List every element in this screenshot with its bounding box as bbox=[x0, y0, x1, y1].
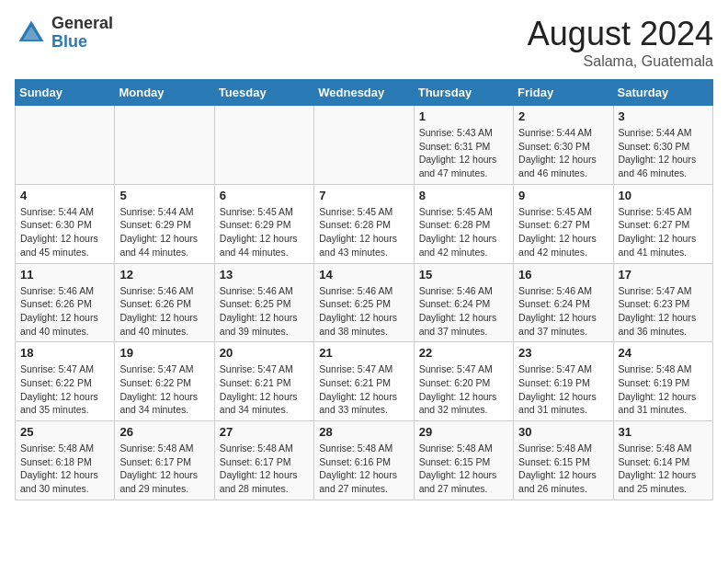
calendar-week-row: 11Sunrise: 5:46 AM Sunset: 6:26 PM Dayli… bbox=[16, 263, 713, 342]
weekday-header: Saturday bbox=[613, 80, 712, 106]
calendar-cell: 12Sunrise: 5:46 AM Sunset: 6:26 PM Dayli… bbox=[115, 263, 214, 342]
calendar-cell: 24Sunrise: 5:48 AM Sunset: 6:19 PM Dayli… bbox=[613, 342, 712, 421]
day-number: 23 bbox=[518, 346, 608, 360]
calendar-cell bbox=[214, 106, 313, 185]
day-info: Sunrise: 5:43 AM Sunset: 6:31 PM Dayligh… bbox=[419, 126, 508, 180]
day-number: 22 bbox=[419, 346, 508, 360]
calendar-week-row: 25Sunrise: 5:48 AM Sunset: 6:18 PM Dayli… bbox=[16, 421, 713, 500]
calendar-cell: 28Sunrise: 5:48 AM Sunset: 6:16 PM Dayli… bbox=[314, 421, 414, 500]
weekday-header: Wednesday bbox=[314, 80, 414, 106]
calendar-week-row: 4Sunrise: 5:44 AM Sunset: 6:30 PM Daylig… bbox=[16, 184, 713, 263]
logo: General Blue bbox=[15, 15, 113, 52]
calendar-cell bbox=[115, 106, 214, 185]
day-info: Sunrise: 5:48 AM Sunset: 6:16 PM Dayligh… bbox=[319, 442, 408, 496]
day-number: 25 bbox=[20, 425, 109, 439]
day-info: Sunrise: 5:48 AM Sunset: 6:14 PM Dayligh… bbox=[619, 442, 708, 496]
title-block: August 2024 Salama, Guatemala bbox=[528, 15, 713, 70]
weekday-header: Friday bbox=[514, 80, 613, 106]
day-info: Sunrise: 5:44 AM Sunset: 6:30 PM Dayligh… bbox=[619, 126, 708, 180]
day-info: Sunrise: 5:47 AM Sunset: 6:21 PM Dayligh… bbox=[220, 362, 309, 417]
day-info: Sunrise: 5:47 AM Sunset: 6:20 PM Dayligh… bbox=[419, 362, 508, 417]
day-number: 13 bbox=[220, 268, 309, 282]
calendar-title: August 2024 bbox=[528, 15, 713, 53]
day-number: 17 bbox=[619, 268, 708, 282]
calendar-cell: 22Sunrise: 5:47 AM Sunset: 6:20 PM Dayli… bbox=[414, 342, 513, 421]
day-number: 16 bbox=[518, 268, 608, 282]
page-header: General Blue August 2024 Salama, Guatema… bbox=[15, 15, 713, 70]
weekday-header: Monday bbox=[115, 80, 214, 106]
calendar-cell: 1Sunrise: 5:43 AM Sunset: 6:31 PM Daylig… bbox=[414, 106, 513, 185]
calendar-cell: 23Sunrise: 5:47 AM Sunset: 6:19 PM Dayli… bbox=[514, 342, 613, 421]
calendar-cell: 19Sunrise: 5:47 AM Sunset: 6:22 PM Dayli… bbox=[115, 342, 214, 421]
day-info: Sunrise: 5:46 AM Sunset: 6:24 PM Dayligh… bbox=[518, 284, 608, 339]
day-info: Sunrise: 5:48 AM Sunset: 6:17 PM Dayligh… bbox=[220, 442, 309, 496]
calendar-cell: 7Sunrise: 5:45 AM Sunset: 6:28 PM Daylig… bbox=[314, 184, 414, 263]
calendar-cell bbox=[314, 106, 414, 185]
calendar-cell: 26Sunrise: 5:48 AM Sunset: 6:17 PM Dayli… bbox=[115, 421, 214, 500]
calendar-cell: 5Sunrise: 5:44 AM Sunset: 6:29 PM Daylig… bbox=[115, 184, 214, 263]
calendar-cell: 29Sunrise: 5:48 AM Sunset: 6:15 PM Dayli… bbox=[414, 421, 513, 500]
day-info: Sunrise: 5:45 AM Sunset: 6:28 PM Dayligh… bbox=[419, 205, 508, 259]
day-number: 10 bbox=[619, 189, 708, 202]
day-info: Sunrise: 5:47 AM Sunset: 6:21 PM Dayligh… bbox=[319, 362, 408, 417]
day-number: 4 bbox=[20, 189, 109, 202]
day-number: 9 bbox=[518, 189, 608, 202]
day-info: Sunrise: 5:45 AM Sunset: 6:29 PM Dayligh… bbox=[220, 205, 309, 259]
day-number: 30 bbox=[518, 425, 608, 439]
day-number: 12 bbox=[119, 268, 209, 282]
calendar-table: SundayMondayTuesdayWednesdayThursdayFrid… bbox=[15, 79, 713, 500]
day-number: 21 bbox=[319, 346, 408, 360]
day-number: 19 bbox=[119, 346, 209, 360]
calendar-cell: 11Sunrise: 5:46 AM Sunset: 6:26 PM Dayli… bbox=[16, 263, 115, 342]
calendar-cell: 8Sunrise: 5:45 AM Sunset: 6:28 PM Daylig… bbox=[414, 184, 513, 263]
calendar-cell: 27Sunrise: 5:48 AM Sunset: 6:17 PM Dayli… bbox=[214, 421, 313, 500]
weekday-header-row: SundayMondayTuesdayWednesdayThursdayFrid… bbox=[16, 80, 713, 106]
day-number: 1 bbox=[419, 109, 508, 123]
calendar-subtitle: Salama, Guatemala bbox=[528, 53, 713, 70]
day-number: 14 bbox=[319, 268, 408, 282]
calendar-cell: 3Sunrise: 5:44 AM Sunset: 6:30 PM Daylig… bbox=[613, 106, 712, 185]
calendar-cell: 30Sunrise: 5:48 AM Sunset: 6:15 PM Dayli… bbox=[514, 421, 613, 500]
day-info: Sunrise: 5:45 AM Sunset: 6:27 PM Dayligh… bbox=[518, 205, 608, 259]
day-info: Sunrise: 5:46 AM Sunset: 6:26 PM Dayligh… bbox=[20, 284, 109, 339]
day-info: Sunrise: 5:48 AM Sunset: 6:19 PM Dayligh… bbox=[619, 362, 708, 417]
day-number: 15 bbox=[419, 268, 508, 282]
day-number: 11 bbox=[20, 268, 109, 282]
calendar-cell: 18Sunrise: 5:47 AM Sunset: 6:22 PM Dayli… bbox=[16, 342, 115, 421]
day-info: Sunrise: 5:44 AM Sunset: 6:29 PM Dayligh… bbox=[119, 205, 209, 259]
day-info: Sunrise: 5:47 AM Sunset: 6:23 PM Dayligh… bbox=[619, 284, 708, 339]
day-info: Sunrise: 5:44 AM Sunset: 6:30 PM Dayligh… bbox=[20, 205, 109, 259]
day-number: 8 bbox=[419, 189, 508, 202]
day-number: 26 bbox=[119, 425, 209, 439]
calendar-cell: 31Sunrise: 5:48 AM Sunset: 6:14 PM Dayli… bbox=[613, 421, 712, 500]
weekday-header: Tuesday bbox=[214, 80, 313, 106]
calendar-cell: 2Sunrise: 5:44 AM Sunset: 6:30 PM Daylig… bbox=[514, 106, 613, 185]
calendar-cell: 10Sunrise: 5:45 AM Sunset: 6:27 PM Dayli… bbox=[613, 184, 712, 263]
calendar-cell: 4Sunrise: 5:44 AM Sunset: 6:30 PM Daylig… bbox=[16, 184, 115, 263]
calendar-cell bbox=[16, 106, 115, 185]
logo-general-text: General bbox=[51, 14, 113, 32]
day-number: 5 bbox=[119, 189, 209, 202]
day-info: Sunrise: 5:48 AM Sunset: 6:17 PM Dayligh… bbox=[119, 442, 209, 496]
day-info: Sunrise: 5:47 AM Sunset: 6:22 PM Dayligh… bbox=[119, 362, 209, 417]
day-info: Sunrise: 5:46 AM Sunset: 6:26 PM Dayligh… bbox=[119, 284, 209, 339]
day-info: Sunrise: 5:45 AM Sunset: 6:27 PM Dayligh… bbox=[619, 205, 708, 259]
day-number: 27 bbox=[220, 425, 309, 439]
calendar-cell: 16Sunrise: 5:46 AM Sunset: 6:24 PM Dayli… bbox=[514, 263, 613, 342]
calendar-cell: 14Sunrise: 5:46 AM Sunset: 6:25 PM Dayli… bbox=[314, 263, 414, 342]
calendar-cell: 20Sunrise: 5:47 AM Sunset: 6:21 PM Dayli… bbox=[214, 342, 313, 421]
day-number: 2 bbox=[518, 109, 608, 123]
day-number: 24 bbox=[619, 346, 708, 360]
day-number: 29 bbox=[419, 425, 508, 439]
day-info: Sunrise: 5:48 AM Sunset: 6:15 PM Dayligh… bbox=[518, 442, 608, 496]
logo-blue-text: Blue bbox=[51, 32, 87, 51]
day-info: Sunrise: 5:48 AM Sunset: 6:15 PM Dayligh… bbox=[419, 442, 508, 496]
calendar-cell: 21Sunrise: 5:47 AM Sunset: 6:21 PM Dayli… bbox=[314, 342, 414, 421]
calendar-cell: 25Sunrise: 5:48 AM Sunset: 6:18 PM Dayli… bbox=[16, 421, 115, 500]
calendar-cell: 15Sunrise: 5:46 AM Sunset: 6:24 PM Dayli… bbox=[414, 263, 513, 342]
day-number: 6 bbox=[220, 189, 309, 202]
day-info: Sunrise: 5:47 AM Sunset: 6:19 PM Dayligh… bbox=[518, 362, 608, 417]
calendar-cell: 17Sunrise: 5:47 AM Sunset: 6:23 PM Dayli… bbox=[613, 263, 712, 342]
day-info: Sunrise: 5:44 AM Sunset: 6:30 PM Dayligh… bbox=[518, 126, 608, 180]
day-info: Sunrise: 5:47 AM Sunset: 6:22 PM Dayligh… bbox=[20, 362, 109, 417]
